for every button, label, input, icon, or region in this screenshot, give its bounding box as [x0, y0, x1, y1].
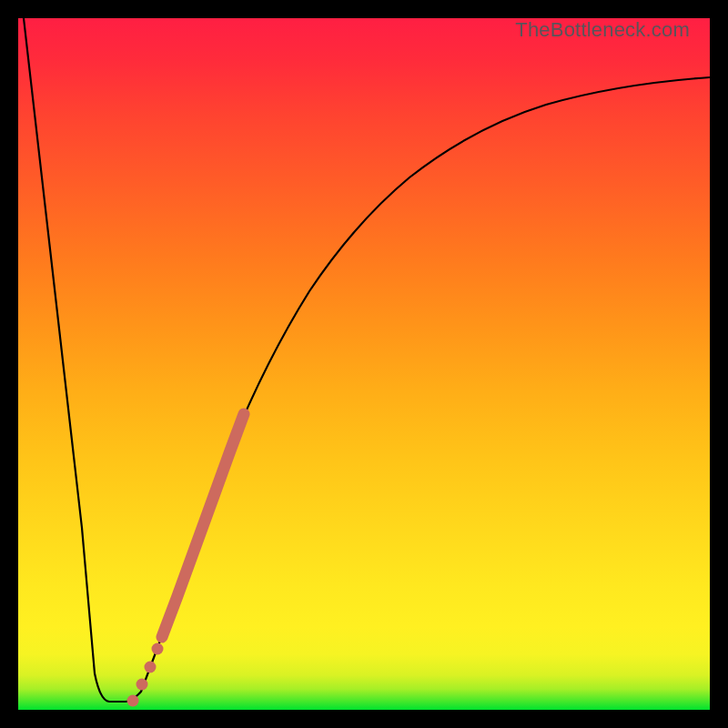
bottleneck-curve: [18, 18, 710, 710]
curve-path: [24, 18, 710, 702]
chart-frame: TheBottleneck.com: [0, 0, 728, 728]
dot-icon: [152, 643, 164, 655]
dot-icon: [145, 662, 157, 673]
dot-icon: [127, 695, 139, 707]
highlight-segment: [162, 414, 244, 637]
plot-area: TheBottleneck.com: [18, 18, 710, 710]
dot-icon: [136, 679, 148, 691]
